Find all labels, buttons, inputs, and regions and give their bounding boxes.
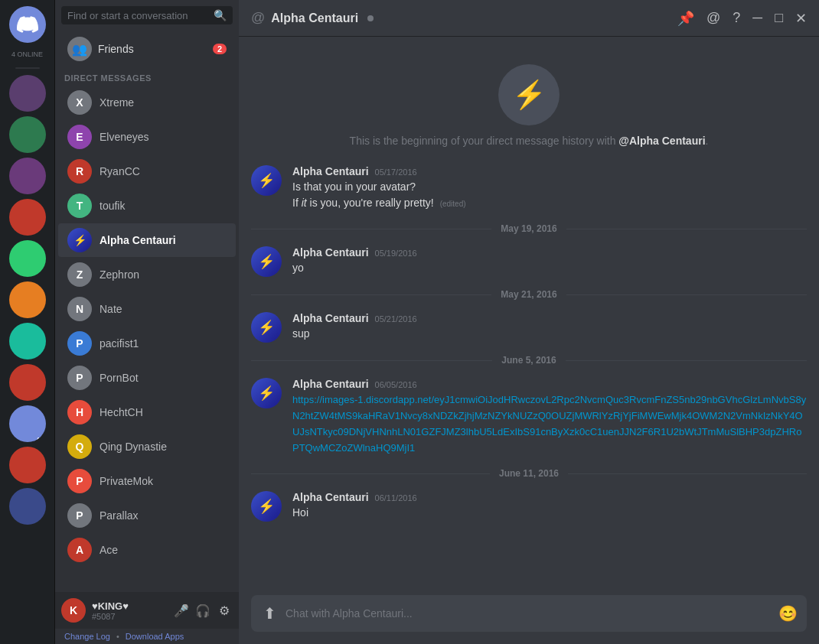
message-header: Alpha Centauri 05/19/2016 <box>292 246 807 259</box>
rail-server-avatar[interactable] <box>9 240 46 277</box>
user-bar-actions: 🎤 🎧 ⚙ <box>173 602 233 619</box>
headset-button[interactable]: 🎧 <box>194 602 211 619</box>
avatar-inner: ⚡ <box>251 246 282 277</box>
rail-server-avatar[interactable] <box>9 447 46 483</box>
dm-name: Zephron <box>100 268 139 281</box>
friends-row[interactable]: 👥 Friends 2 <box>58 31 236 67</box>
date-divider-june11: June 11, 2016 <box>251 468 807 479</box>
dm-item-parallax[interactable]: P Parallax <box>58 499 236 532</box>
dm-item-ace[interactable]: A Ace <box>58 533 236 567</box>
changelog-bar: Change Log • Download Apps <box>55 629 239 644</box>
message-content: Alpha Centauri 05/21/2016 sup <box>292 312 807 343</box>
dm-item-nate[interactable]: N Nate <box>58 292 236 326</box>
message-text: https://images-1.discordapp.net/eyJ1cmwi… <box>292 392 807 456</box>
dm-name: HechtCH <box>100 406 143 418</box>
settings-button[interactable]: ⚙ <box>216 602 233 619</box>
message-timestamp: 06/11/2016 <box>375 493 417 503</box>
dm-item-qing-dynastie[interactable]: Q Qing Dynastie <box>58 430 236 463</box>
date-divider-june5: June 5, 2016 <box>251 355 807 366</box>
rail-server-avatar[interactable] <box>9 364 46 401</box>
search-icon[interactable]: 🔍 <box>214 9 227 21</box>
message-text: sup <box>292 326 807 342</box>
close-button[interactable]: ✕ <box>795 10 807 27</box>
edited-label: (edited) <box>440 200 466 208</box>
user-info: ♥KING♥ #5087 <box>92 600 167 621</box>
friends-label: Friends <box>98 43 134 55</box>
rail-server-avatar[interactable] <box>9 323 46 359</box>
message-group: ⚡ Alpha Centauri 06/05/2016 https://imag… <box>251 378 807 456</box>
help-icon[interactable]: ? <box>733 10 740 27</box>
emoji-button[interactable]: 😊 <box>778 604 798 623</box>
online-status-dot <box>367 15 374 21</box>
message-avatar: ⚡ <box>251 165 282 196</box>
upload-button[interactable]: ⬆ <box>260 595 279 632</box>
divider-line <box>251 294 491 295</box>
dm-name: toufik <box>100 200 125 212</box>
dm-name: Alpha Centauri <box>100 234 176 246</box>
divider-line <box>566 294 807 295</box>
rail-server-avatar[interactable] <box>9 158 46 194</box>
message-timestamp: 06/05/2016 <box>375 380 417 389</box>
dm-avatar: P <box>67 469 92 493</box>
dm-name: Parallax <box>100 509 139 522</box>
chat-header-actions: 📌 @ ? ─ □ ✕ <box>677 10 807 27</box>
pin-icon[interactable]: 📌 <box>677 10 694 27</box>
message-content: Alpha Centauri 05/19/2016 yo <box>292 246 807 277</box>
dm-item-xtreme[interactable]: X Xtreme <box>58 86 236 119</box>
dm-item-pornbot[interactable]: P PornBot <box>58 361 236 395</box>
rail-server-avatar[interactable] <box>9 116 46 153</box>
main-chat: @ Alpha Centauri 📌 @ ? ─ □ ✕ ⚡ This is t… <box>239 0 819 644</box>
dm-avatar: P <box>67 366 92 390</box>
date-divider-may19: May 19, 2016 <box>251 223 807 234</box>
chat-header-left: @ Alpha Centauri <box>251 10 374 26</box>
message-timestamp: 05/17/2016 <box>375 168 417 177</box>
message-input[interactable] <box>286 597 772 630</box>
chat-header: @ Alpha Centauri 📌 @ ? ─ □ ✕ <box>239 0 819 37</box>
maximize-button[interactable]: □ <box>775 10 783 27</box>
divider-line <box>251 229 491 229</box>
dm-item-zephron[interactable]: Z Zephron <box>58 258 236 291</box>
search-input[interactable] <box>67 10 209 21</box>
message-author: Alpha Centauri <box>292 491 369 503</box>
messages-area: ⚡ This is the beginning of your direct m… <box>239 37 819 595</box>
avatar-inner: ⚡ <box>251 378 282 408</box>
download-apps-link[interactable]: Download Apps <box>126 632 184 641</box>
message-text: yo <box>292 260 807 276</box>
dm-item-ryancc[interactable]: R RyanCC <box>58 154 236 188</box>
message-author: Alpha Centauri <box>292 246 369 259</box>
rail-server-avatar[interactable]: API <box>9 405 46 442</box>
message-header: Alpha Centauri 05/21/2016 <box>292 312 807 324</box>
date-label: June 11, 2016 <box>499 468 559 479</box>
dm-item-pacifist1[interactable]: P pacifist1 <box>58 327 236 360</box>
message-link[interactable]: https://images-1.discordapp.net/eyJ1cmwi… <box>292 394 806 454</box>
dm-avatar: P <box>67 503 92 528</box>
date-label: June 5, 2016 <box>501 355 556 366</box>
user-name: ♥KING♥ <box>92 600 167 612</box>
dm-item-toufik[interactable]: T toufik <box>58 189 236 223</box>
message-content: Alpha Centauri 05/17/2016 Is that you in… <box>292 165 807 211</box>
microphone-button[interactable]: 🎤 <box>173 602 190 619</box>
message-content: Alpha Centauri 06/05/2016 https://images… <box>292 378 807 456</box>
divider-line <box>251 360 492 361</box>
message-header: Alpha Centauri 06/05/2016 <box>292 378 807 390</box>
discord-logo-icon <box>17 14 38 35</box>
minimize-button[interactable]: ─ <box>752 10 762 27</box>
dm-avatar: H <box>67 400 92 424</box>
rail-server-avatar[interactable] <box>9 75 46 112</box>
dm-item-alpha-centauri[interactable]: ⚡ Alpha Centauri <box>58 223 236 257</box>
dm-name: Elveneyes <box>100 131 149 143</box>
rail-server-avatar[interactable] <box>9 281 46 318</box>
dm-item-hechtch[interactable]: H HechtCH <box>58 395 236 429</box>
discord-home-button[interactable] <box>9 6 46 43</box>
message-author: Alpha Centauri <box>292 312 369 324</box>
mention-icon[interactable]: @ <box>706 10 720 27</box>
dm-item-elveneyes[interactable]: E Elveneyes <box>58 120 236 154</box>
dm-section-label: DIRECT MESSAGES <box>55 67 239 86</box>
dm-name: Qing Dynastie <box>100 441 167 453</box>
divider-line <box>251 473 490 474</box>
dm-item-privatemok[interactable]: P PrivateMok <box>58 464 236 498</box>
search-input-wrap[interactable]: 🔍 <box>61 6 233 24</box>
rail-server-avatar[interactable] <box>9 199 46 236</box>
changelog-link[interactable]: Change Log <box>64 632 110 641</box>
rail-server-avatar[interactable] <box>9 488 46 525</box>
